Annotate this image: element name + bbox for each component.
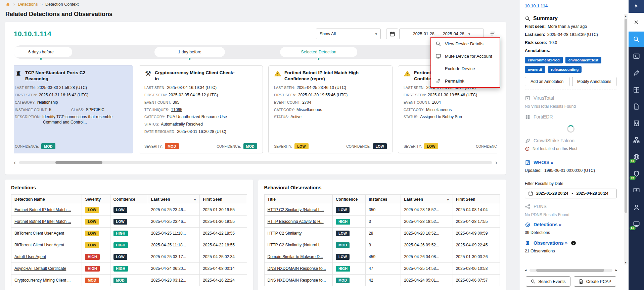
- detection-link[interactable]: AutoIt User Agent: [14, 254, 46, 259]
- annotation-chip[interactable]: role:accounting: [548, 66, 582, 73]
- scroll-up-arrow[interactable]: ▲: [624, 15, 628, 17]
- terminal-tool-button[interactable]: [629, 48, 644, 64]
- context-menu-item[interactable]: Mute Device for Account: [431, 50, 500, 62]
- globe-tool-button[interactable]: 9+: [629, 149, 644, 164]
- table-header-cell[interactable]: Confidence: [332, 195, 365, 204]
- detection-card[interactable]: ♜TCP Non-Standard Ports C2 BeaconingLAST…: [14, 65, 133, 153]
- table-cell: 459: [366, 251, 401, 263]
- vscrollbar-thumb[interactable]: [625, 19, 627, 213]
- hscrollbar-thumb[interactable]: [536, 269, 604, 272]
- device-ip-link[interactable]: 10.10.1.114: [525, 3, 616, 8]
- table-header-cell[interactable]: Instances: [366, 195, 401, 204]
- table-cell: MOD: [110, 275, 148, 286]
- table-header-cell[interactable]: Severity: [82, 195, 110, 204]
- timeline-label[interactable]: Selected Detection: [280, 47, 357, 57]
- table-header-cell[interactable]: First Seen: [200, 195, 247, 204]
- table-header-cell[interactable]: Detection Name: [11, 195, 82, 204]
- detection-link[interactable]: Cryptocurrency Mining Client ...: [14, 278, 71, 283]
- detection-link[interactable]: Fortinet Botnet IP Intel Match ...: [14, 207, 71, 212]
- observation-link[interactable]: HTTP Beaconing Activity to H...: [268, 219, 324, 224]
- report-tool-button[interactable]: [629, 99, 644, 114]
- annotation-chip[interactable]: environment:Prod: [525, 57, 563, 63]
- filter-date-range[interactable]: 2025-01-28 20:24 - 2025-04-28 20:24: [525, 189, 616, 198]
- detection-card[interactable]: Fortinet Botnet IP Intel Match High Conf…: [268, 65, 393, 153]
- timeline-label[interactable]: 1 day before: [154, 47, 225, 57]
- whois-updated-label: Updated:: [525, 168, 542, 173]
- table-cell: HIGH: [110, 263, 148, 275]
- table-cell: 2025-04-28 16:52...: [401, 228, 453, 239]
- detections-table: Detection NameSeverityConfidenceLast See…: [11, 194, 247, 286]
- hierarchy-tool-button[interactable]: [629, 132, 644, 148]
- observation-link[interactable]: HTTP C2 Similarity: [268, 231, 302, 236]
- search-tool-button[interactable]: [629, 32, 644, 47]
- panel-menu-button[interactable]: [489, 31, 497, 37]
- shield-tool-button[interactable]: 9+: [629, 166, 644, 181]
- vertical-scrollbar[interactable]: ▲ ▼: [624, 14, 628, 264]
- screen-share-tool-button[interactable]: [629, 183, 644, 198]
- user-tool-button[interactable]: [629, 199, 644, 215]
- grid-tool-button[interactable]: [629, 82, 644, 97]
- close-panel-button[interactable]: [629, 13, 644, 32]
- last-seen-label: Last seen:: [525, 32, 545, 37]
- first-seen-value: More than a year ago: [548, 24, 587, 29]
- carousel-left-arrow[interactable]: ‹: [14, 159, 16, 165]
- search-events-button[interactable]: Search Events: [526, 276, 570, 287]
- whois-link[interactable]: WHOIS »: [525, 160, 616, 165]
- sort-icon[interactable]: ▼: [193, 198, 196, 201]
- scroll-left-arrow[interactable]: ◄: [524, 269, 527, 272]
- add-annotation-button[interactable]: Add an Annotation: [525, 77, 569, 86]
- sort-icon[interactable]: ▼: [447, 198, 450, 201]
- carousel-thumb[interactable]: [55, 161, 102, 164]
- detection-card[interactable]: ⚒Cryptocurrency Mining Client Check-inLA…: [139, 65, 263, 153]
- annotation-chip[interactable]: environment:test: [565, 57, 601, 63]
- observation-link[interactable]: Domain Similar to Malware D...: [268, 254, 323, 259]
- info-icon[interactable]: i: [571, 241, 576, 245]
- confidence-badge: MOD: [113, 278, 127, 283]
- detection-link[interactable]: AsyncRAT Default Certificate: [14, 266, 66, 271]
- whois-updated-row: Updated:1995-06-01 00:00:00 (UTC): [525, 168, 616, 174]
- pen-tool-button[interactable]: [629, 65, 644, 81]
- observation-link[interactable]: HTTP C2 Similarity (Natural L...: [268, 207, 324, 212]
- create-pcap-button[interactable]: Create PCAP: [574, 276, 616, 287]
- modify-annotations-button[interactable]: Modify Annotations: [572, 77, 617, 86]
- context-menu-item[interactable]: Permalink: [431, 75, 500, 87]
- table-header-cell[interactable]: Last Seen▼: [148, 195, 199, 204]
- context-menu-item[interactable]: View Device Details: [431, 38, 500, 50]
- carousel-right-arrow[interactable]: ›: [495, 159, 497, 165]
- detections-link[interactable]: Detections »: [525, 222, 616, 228]
- building-tool-button[interactable]: [629, 115, 644, 131]
- field-label: LAST SEEN:: [274, 86, 295, 90]
- context-menu-item[interactable]: Exclude Device: [431, 62, 500, 75]
- annotation-chip[interactable]: owner:it: [525, 66, 545, 73]
- breadcrumb-link-detections[interactable]: Detections: [18, 2, 38, 7]
- table-header-cell[interactable]: Title: [264, 195, 332, 204]
- timeline-label[interactable]: 6 days before: [14, 47, 72, 57]
- monitor-tool-button[interactable]: 9+: [629, 216, 644, 232]
- observation-link[interactable]: DNS NXDOMAIN Response fo...: [268, 278, 326, 283]
- detection-link[interactable]: Fortinet Botnet IP Intel Match ...: [14, 219, 71, 224]
- hscrollbar-track[interactable]: [530, 269, 612, 272]
- field-label: FIRST SEEN:: [144, 93, 167, 97]
- field-label: FIRST SEEN:: [404, 93, 426, 97]
- table-cell: 9: [366, 239, 401, 251]
- cursor-tool-button[interactable]: [629, 0, 644, 13]
- home-icon[interactable]: [5, 2, 10, 7]
- calendar-button[interactable]: [386, 29, 398, 39]
- scroll-down-arrow[interactable]: ▼: [624, 261, 628, 264]
- show-all-select[interactable]: Show All ▾: [316, 29, 381, 39]
- observation-link[interactable]: HTTP C2 Similarity (Natural L...: [268, 243, 324, 247]
- observations-link[interactable]: ♜ Observations » i: [525, 240, 616, 246]
- detection-link[interactable]: BitTorrent Client User Agent: [14, 243, 64, 247]
- carousel-track[interactable]: [19, 161, 492, 164]
- table-header-cell[interactable]: First Seen: [453, 195, 500, 204]
- table-header-cell[interactable]: Confidence: [110, 195, 148, 204]
- table-cell: 2025-04-28 18:52...: [401, 216, 453, 228]
- scroll-right-arrow[interactable]: ►: [615, 269, 618, 272]
- technique-link[interactable]: T1095: [171, 107, 182, 112]
- detection-link[interactable]: BitTorrent Client User Agent: [14, 231, 64, 236]
- field-label: SEVERITY:: [144, 144, 163, 148]
- confidence-badge: LOW: [113, 254, 127, 260]
- observation-link[interactable]: DNS NXDOMAIN Response fo...: [268, 266, 326, 271]
- table-header-cell[interactable]: Last Seen▼: [401, 195, 453, 204]
- field-label: STATUS:: [274, 115, 289, 119]
